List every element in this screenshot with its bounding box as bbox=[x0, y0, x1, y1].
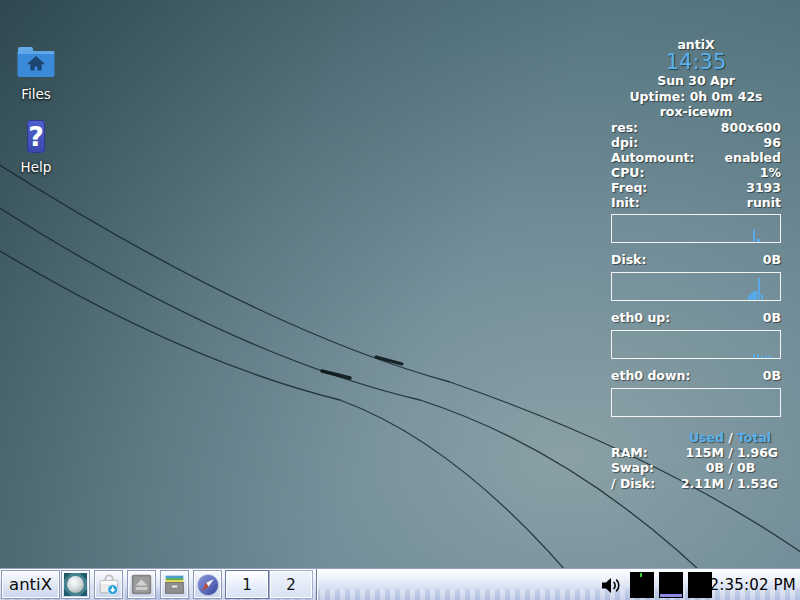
eth0-down-graph bbox=[611, 388, 781, 417]
conky-info-row: CPU:1% bbox=[611, 165, 781, 180]
launcher-package-installer-button[interactable] bbox=[95, 571, 122, 598]
wire-splice bbox=[322, 371, 350, 378]
compass-browser-icon bbox=[196, 573, 220, 597]
conky-info-row: res:800x600 bbox=[611, 120, 781, 135]
cpu-activity-tick bbox=[640, 573, 642, 577]
launcher-unmount-button[interactable] bbox=[128, 571, 155, 598]
desktop-globe-icon bbox=[64, 573, 87, 596]
conky-date: Sun 30 Apr bbox=[611, 73, 781, 89]
desktop-icon-help[interactable]: ? Help bbox=[10, 119, 62, 175]
workspace-button-1[interactable]: 1 bbox=[226, 571, 268, 598]
conky-usage-header: Used/Total bbox=[611, 430, 781, 445]
taskbar: antiX bbox=[0, 568, 800, 600]
launcher-desktop-button[interactable] bbox=[62, 571, 89, 598]
cpu-graph bbox=[611, 214, 781, 243]
net-monitor[interactable] bbox=[659, 572, 683, 598]
conky-usage-row: RAM: 115M/1.96G bbox=[611, 445, 781, 461]
folder-home-icon bbox=[17, 46, 55, 82]
package-bag-download-icon bbox=[97, 573, 121, 597]
conky-info-row: eth0 up:0B bbox=[611, 310, 781, 325]
taskbar-clock: 02:35:02 PM bbox=[700, 576, 796, 594]
taskbar-separator bbox=[316, 569, 317, 600]
conky-info-row: Disk:0B bbox=[611, 252, 781, 267]
start-menu-button[interactable]: antiX bbox=[2, 571, 59, 598]
conky-info-row: Freq:3193 bbox=[611, 180, 781, 195]
conky-info-row: Init:runit bbox=[611, 195, 781, 210]
eth0-up-graph bbox=[611, 330, 781, 359]
desktop-icon-label: Help bbox=[10, 159, 62, 175]
conky-system-monitor: antiX 14:35 Sun 30 Apr Uptime: 0h 0m 42s… bbox=[611, 38, 781, 491]
cpu-monitor[interactable] bbox=[630, 572, 654, 598]
disk-graph bbox=[611, 272, 781, 301]
conky-usage-row: Swap: 0B/0B bbox=[611, 460, 781, 476]
workspace-button-2[interactable]: 2 bbox=[270, 571, 312, 598]
conky-info-row: dpi:96 bbox=[611, 135, 781, 150]
question-mark-icon: ? bbox=[27, 119, 45, 155]
desktop: Files ? Help antiX 14:35 Sun 30 Apr Upti… bbox=[0, 0, 800, 600]
speaker-icon bbox=[601, 577, 623, 594]
desktop-icon-files[interactable]: Files bbox=[10, 46, 62, 102]
conky-info-row: Automount:enabled bbox=[611, 150, 781, 165]
volume-button[interactable] bbox=[601, 577, 623, 598]
desktop-icon-label: Files bbox=[10, 86, 62, 102]
launcher-file-manager-button[interactable] bbox=[161, 571, 188, 598]
eject-icon bbox=[130, 573, 153, 596]
conky-uptime: Uptime: 0h 0m 42s bbox=[611, 89, 781, 105]
conky-usage-row: / Disk: 2.11M/1.53G bbox=[611, 476, 781, 492]
file-drawer-icon bbox=[163, 573, 186, 596]
net-activity-bar bbox=[660, 594, 682, 597]
conky-clock: 14:35 bbox=[611, 52, 781, 73]
conky-session: rox-icewm bbox=[611, 104, 781, 120]
launcher-browser-button[interactable] bbox=[194, 571, 221, 598]
conky-info-row: eth0 down:0B bbox=[611, 368, 781, 383]
